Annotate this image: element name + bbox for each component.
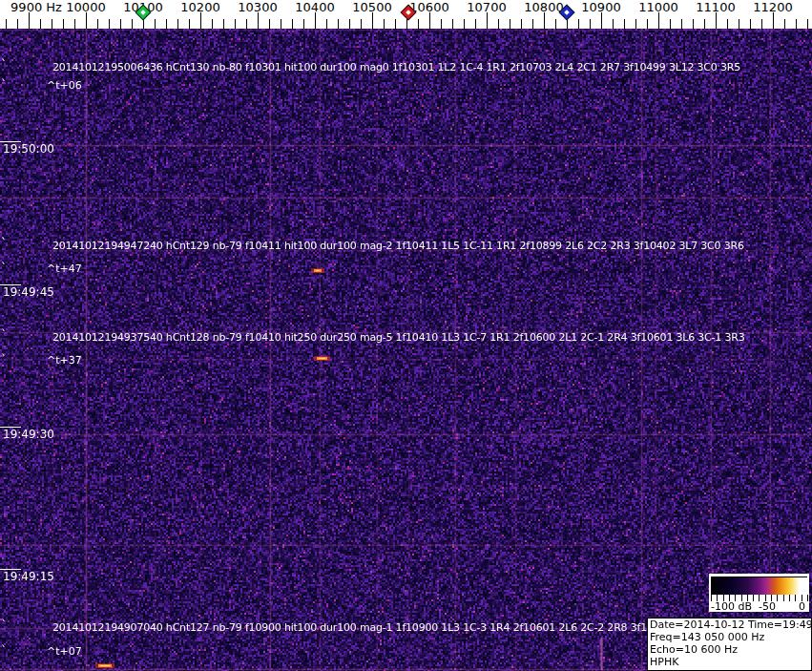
ruler-tick bbox=[418, 19, 419, 29]
ruler-freq-label: 10700 bbox=[467, 0, 506, 14]
ruler-freq-label: 10300 bbox=[238, 0, 277, 14]
detection-edge-tick: ` bbox=[1, 262, 7, 275]
marker-center-dot bbox=[564, 10, 570, 15]
ruler-tick bbox=[292, 19, 293, 29]
ruler-tick bbox=[372, 12, 373, 29]
detection-record-text: 20141012194947240 hCnt129 nb-79 f10411 h… bbox=[52, 240, 744, 252]
db-label-mid: -50 bbox=[759, 600, 776, 613]
ruler-tick bbox=[773, 12, 774, 29]
ruler-tick bbox=[246, 19, 247, 29]
db-color-legend: -100 dB -50 0 bbox=[709, 574, 809, 612]
ruler-tick bbox=[315, 12, 316, 29]
ruler-tick bbox=[269, 19, 270, 29]
detection-edge-tick: ` bbox=[1, 328, 7, 342]
info-echo: Echo=10 600 Hz bbox=[650, 643, 809, 656]
ruler-tick bbox=[17, 19, 18, 29]
ruler-tick bbox=[29, 12, 30, 29]
db-gradient-bar bbox=[711, 577, 807, 595]
ruler-tick bbox=[63, 19, 64, 29]
ruler-tick bbox=[303, 19, 304, 29]
ruler-tick bbox=[670, 19, 671, 29]
ruler-tick bbox=[601, 12, 602, 29]
ruler-tick bbox=[166, 19, 167, 29]
detection-offset-label: ^t+47 bbox=[47, 262, 82, 275]
ruler-tick bbox=[235, 19, 236, 29]
ruler-tick bbox=[52, 19, 52, 29]
ruler-tick bbox=[704, 19, 705, 29]
ruler-tick bbox=[86, 12, 87, 29]
ruler-tick bbox=[406, 19, 407, 29]
ruler-tick bbox=[395, 19, 396, 29]
ruler-tick bbox=[120, 19, 121, 29]
detection-offset-label: ^t+07 bbox=[47, 645, 82, 658]
ruler-tick bbox=[200, 12, 201, 29]
marker-center-dot bbox=[406, 10, 411, 15]
ruler-tick bbox=[521, 19, 522, 29]
ruler-freq-label: 10200 bbox=[180, 0, 219, 14]
ruler-tick bbox=[658, 12, 659, 29]
ruler-tick bbox=[510, 19, 510, 29]
detection-edge-tick: ` bbox=[1, 619, 7, 632]
ruler-tick bbox=[807, 19, 808, 29]
db-label-min: -100 dB bbox=[711, 600, 752, 613]
detection-record-text: 20141012195006436 hCnt130 nb-80 f10301 h… bbox=[52, 61, 740, 73]
ruler-tick bbox=[109, 19, 110, 29]
ruler-freq-label: 10500 bbox=[352, 0, 391, 14]
ruler-tick bbox=[624, 19, 625, 29]
detection-edge-tick: ` bbox=[1, 644, 7, 658]
ruler-tick bbox=[716, 12, 717, 29]
ruler-tick bbox=[155, 19, 156, 29]
ruler-tick bbox=[635, 19, 636, 29]
ruler-tick bbox=[326, 19, 327, 29]
ruler-tick bbox=[487, 12, 488, 29]
ruler-tick bbox=[693, 19, 694, 29]
ruler-tick bbox=[578, 19, 579, 29]
ruler-tick bbox=[613, 19, 614, 29]
ruler-freq-label: 10900 bbox=[581, 0, 620, 14]
ruler-tick bbox=[532, 19, 533, 29]
ruler-freq-label: 11000 bbox=[638, 0, 677, 14]
ruler-tick bbox=[555, 19, 556, 29]
ruler-tick bbox=[97, 19, 98, 29]
ruler-freq-label: 10000 bbox=[66, 0, 105, 14]
hphk-spectrogram-window: 9900 Hz100001010010200103001040010500106… bbox=[0, 0, 812, 671]
ruler-tick bbox=[464, 19, 465, 29]
ruler-tick bbox=[739, 19, 739, 29]
ruler-freq-label: 11200 bbox=[753, 0, 792, 14]
ruler-tick bbox=[223, 19, 224, 29]
marker-center-dot bbox=[140, 10, 146, 15]
ruler-tick bbox=[590, 19, 591, 29]
detection-edge-tick: ` bbox=[1, 237, 7, 250]
detection-offset-label: ^t+37 bbox=[47, 354, 82, 367]
time-label: 19:49:30 bbox=[3, 428, 54, 441]
ruler-tick bbox=[647, 19, 648, 29]
info-date-time: Date=2014-10-12 Time=19:49 UTC bbox=[650, 619, 809, 631]
detection-record-text: 20141012194937540 hCnt128 nb-79 f10410 h… bbox=[52, 331, 744, 344]
info-app-name: HPHK bbox=[650, 656, 809, 668]
ruler-tick bbox=[727, 19, 728, 29]
ruler-tick bbox=[475, 19, 476, 29]
ruler-tick bbox=[361, 19, 362, 29]
ruler-tick bbox=[544, 12, 545, 29]
ruler-tick bbox=[338, 19, 339, 29]
ruler-tick bbox=[498, 19, 499, 29]
ruler-tick bbox=[452, 19, 453, 29]
ruler-tick bbox=[681, 19, 682, 29]
ruler-tick bbox=[750, 19, 751, 29]
ruler-tick bbox=[441, 19, 442, 29]
ruler-tick bbox=[384, 19, 385, 29]
detection-edge-tick: ` bbox=[1, 58, 7, 72]
ruler-freq-label: 10400 bbox=[295, 0, 334, 14]
frequency-ruler: 9900 Hz100001010010200103001040010500106… bbox=[0, 0, 812, 29]
detection-edge-tick: ` bbox=[1, 353, 7, 367]
ruler-tick bbox=[796, 19, 797, 29]
ruler-tick bbox=[212, 19, 213, 29]
ruler-tick bbox=[6, 19, 7, 29]
ruler-tick bbox=[349, 19, 350, 29]
time-label: 19:50:00 bbox=[3, 142, 54, 156]
ruler-tick bbox=[132, 19, 133, 29]
ruler-tick bbox=[784, 19, 785, 29]
ruler-tick bbox=[429, 12, 430, 29]
detection-offset-label: ^t+06 bbox=[47, 79, 82, 92]
ruler-tick bbox=[189, 19, 190, 29]
